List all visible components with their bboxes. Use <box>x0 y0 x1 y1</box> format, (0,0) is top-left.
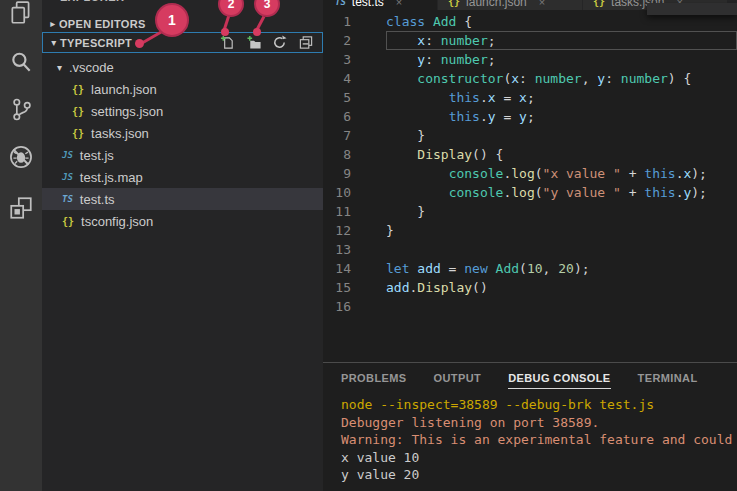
line-content: add.Display() <box>386 278 737 297</box>
line-content <box>386 297 737 316</box>
line-number: 4 <box>323 69 351 88</box>
console-line: Debugger listening on port 38589. <box>341 414 737 432</box>
file-tree-item-tasks.json[interactable]: {}tasks.json <box>42 122 323 144</box>
line-number: 8 <box>323 145 351 164</box>
line-number: 14 <box>323 259 351 278</box>
code-line-5[interactable]: 5 this.x = x; <box>323 88 737 107</box>
line-number: 9 <box>323 164 351 183</box>
typescript-section-label: TYPESCRIPT <box>60 37 132 49</box>
annotation-dot-2 <box>221 28 229 36</box>
json-icon: {} <box>448 0 460 7</box>
file-label: tsconfig.json <box>81 214 153 229</box>
console-line: x value 10 <box>341 449 737 467</box>
js-icon: JS <box>62 150 73 160</box>
line-content: constructor(x: number, y: number) { <box>386 69 737 88</box>
activity-source-control[interactable] <box>0 88 42 130</box>
file-label: tasks.json <box>91 126 149 141</box>
activity-extensions[interactable] <box>0 187 42 229</box>
ts-icon: TS <box>335 0 346 7</box>
section-typescript[interactable]: ▾ TYPESCRIPT <box>42 32 323 53</box>
code-line-14[interactable]: 14let add = new Add(10, 20); <box>323 259 737 278</box>
file-tree-item-launch.json[interactable]: {}launch.json <box>42 78 323 100</box>
editor-tab-test.ts[interactable]: TStest.ts× <box>325 0 437 10</box>
sidebar-title: EXPLORER <box>60 0 125 3</box>
code-line-11[interactable]: 11 } <box>323 202 737 221</box>
code-editor[interactable]: 1class Add {2 x: number;3 y: number;4 co… <box>323 10 737 362</box>
code-line-2[interactable]: 2 x: number; <box>323 31 737 50</box>
new-file-button[interactable] <box>219 35 236 51</box>
line-content: console.log("y value " + this.y); <box>386 183 737 202</box>
collapse-all-button[interactable] <box>297 35 314 51</box>
file-label: test.js <box>80 148 114 163</box>
files-icon <box>8 0 34 26</box>
js-icon: JS <box>62 172 73 182</box>
close-icon[interactable]: × <box>396 0 402 8</box>
line-number: 7 <box>323 126 351 145</box>
activity-debug[interactable] <box>0 136 42 178</box>
code-line-13[interactable]: 13 <box>323 240 737 259</box>
chevron-down-icon: ▾ <box>57 62 69 73</box>
file-label: test.ts <box>80 192 115 207</box>
refresh-button[interactable] <box>271 35 288 51</box>
file-label: settings.json <box>91 104 163 119</box>
code-line-3[interactable]: 3 y: number; <box>323 50 737 69</box>
line-content: this.x = x; <box>386 88 737 107</box>
collapse-all-icon <box>298 35 314 50</box>
line-content: } <box>386 221 737 240</box>
tab-label: launch.json <box>466 0 527 9</box>
file-tree-item-test.ts[interactable]: TStest.ts <box>42 188 323 210</box>
code-line-4[interactable]: 4 constructor(x: number, y: number) { <box>323 69 737 88</box>
open-editors-label: OPEN EDITORS <box>59 18 146 30</box>
console-line: Warning: This is an experimental feature… <box>341 431 737 449</box>
file-tree-item-settings.json[interactable]: {}settings.json <box>42 100 323 122</box>
line-content: y: number; <box>386 50 737 69</box>
new-folder-button[interactable] <box>245 35 262 51</box>
file-tree-item-test.js.map[interactable]: JStest.js.map <box>42 166 323 188</box>
line-number: 3 <box>323 50 351 69</box>
debug-no-bug-icon <box>8 144 34 170</box>
line-number: 13 <box>323 240 351 259</box>
line-content: x: number; <box>386 31 737 50</box>
tab-inner: {}launch.json× <box>438 0 555 10</box>
line-content: } <box>386 202 737 221</box>
line-number: 15 <box>323 278 351 297</box>
file-label: test.js.map <box>80 170 143 185</box>
editor-tab-launch.json[interactable]: {}launch.json× <box>438 0 582 10</box>
panel-tab-debug-console[interactable]: DEBUG CONSOLE <box>508 372 610 389</box>
annotation-dot-3 <box>253 28 261 36</box>
annotation-badge-1: 1 <box>155 3 189 37</box>
refresh-icon <box>272 35 287 50</box>
code-line-16[interactable]: 16 <box>323 297 737 316</box>
activity-search[interactable] <box>0 41 42 83</box>
console-line: node --inspect=38589 --debug-brk test.js <box>341 396 737 414</box>
git-branch-icon <box>9 97 34 122</box>
file-tree-item-test.js[interactable]: JStest.js <box>42 144 323 166</box>
console-line: y value 20 <box>341 466 737 484</box>
code-line-9[interactable]: 9 console.log("x value " + this.x); <box>323 164 737 183</box>
activity-explorer[interactable] <box>0 0 42 34</box>
code-line-7[interactable]: 7 } <box>323 126 737 145</box>
code-line-10[interactable]: 10 console.log("y value " + this.y); <box>323 183 737 202</box>
tab-inner: TStest.ts× <box>325 0 412 10</box>
panel-tab-terminal[interactable]: TERMINAL <box>638 372 698 389</box>
file-label: launch.json <box>91 82 157 97</box>
code-line-8[interactable]: 8 Display() { <box>323 145 737 164</box>
line-content: let add = new Add(10, 20); <box>386 259 737 278</box>
code-line-15[interactable]: 15add.Display() <box>323 278 737 297</box>
tab-label: test.ts <box>352 0 384 9</box>
line-number: 1 <box>323 12 351 31</box>
file-tree-item-.vscode[interactable]: ▾.vscode <box>42 56 323 78</box>
json-icon: {} <box>72 106 84 117</box>
panel-tab-problems[interactable]: PROBLEMS <box>341 372 407 389</box>
line-number: 2 <box>323 31 351 50</box>
code-line-12[interactable]: 12} <box>323 221 737 240</box>
file-tree-item-tsconfig.json[interactable]: {}tsconfig.json <box>42 210 323 232</box>
panel-tabs: PROBLEMSOUTPUTDEBUG CONSOLETERMINAL <box>323 363 737 389</box>
panel-tab-output[interactable]: OUTPUT <box>434 372 482 389</box>
new-file-icon <box>220 35 235 50</box>
json-icon: {} <box>72 84 84 95</box>
code-line-6[interactable]: 6 this.y = y; <box>323 107 737 126</box>
close-icon[interactable]: × <box>539 0 545 8</box>
line-number: 16 <box>323 297 351 316</box>
json-icon: {} <box>593 0 605 7</box>
